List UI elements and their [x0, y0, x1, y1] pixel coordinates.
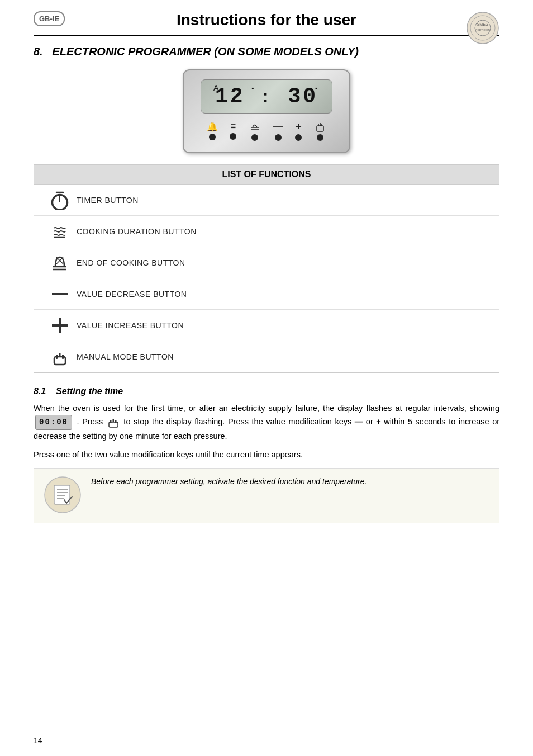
panel-superscript-c: ▪	[315, 84, 320, 92]
panel-timer-icon: 🔔	[207, 121, 218, 132]
svg-rect-20	[56, 355, 58, 359]
gb-ie-logo: GB-IE	[34, 11, 65, 26]
functions-section: LIST OF FUNCTIONS TIMER BUTTON	[34, 164, 499, 373]
panel-end-icon	[249, 120, 261, 133]
panel-btn-cooking: ≡	[230, 121, 236, 140]
inline-manual-icon	[108, 417, 119, 428]
inline-plus-sym: +	[376, 417, 384, 426]
timer-label: TIMER BUTTON	[77, 196, 139, 205]
page-number: 14	[34, 736, 42, 745]
note-text: Before each programmer setting, activate…	[91, 475, 367, 488]
svg-text:SMEG: SMEG	[477, 22, 489, 26]
inline-minus-sym: —	[355, 417, 366, 426]
panel-superscript-a: A	[213, 83, 221, 92]
function-row-end-cooking: END OF COOKING BUTTON	[34, 247, 499, 278]
svg-rect-18	[59, 318, 61, 333]
svg-rect-22	[62, 355, 64, 359]
panel-dot-3	[251, 134, 258, 141]
section-heading: 8. ELECTRONIC PROGRAMMER (ON SOME MODELS…	[34, 45, 499, 58]
manual-mode-icon	[43, 347, 77, 367]
increase-label: VALUE INCREASE BUTTON	[77, 321, 184, 330]
svg-rect-26	[115, 420, 117, 423]
panel-dot-5	[295, 134, 302, 141]
decrease-label: VALUE DECREASE BUTTON	[77, 290, 187, 299]
page: GB-IE Instructions for the user SMEG CER…	[0, 0, 533, 756]
panel-dot-4	[275, 134, 282, 141]
body-paragraph-2: Press one of the two value modification …	[34, 448, 499, 461]
panel-btn-timer: 🔔	[207, 121, 218, 140]
panel-dot-6	[317, 134, 323, 141]
panel-dot-1	[209, 134, 216, 140]
svg-text:CERTIFIED: CERTIFIED	[475, 29, 491, 32]
note-box: Before each programmer setting, activate…	[34, 468, 499, 523]
function-row-manual: MANUAL MODE BUTTON	[34, 341, 499, 372]
panel-manual-icon	[314, 120, 326, 133]
svg-rect-6	[317, 126, 323, 131]
function-row-decrease: VALUE DECREASE BUTTON	[34, 278, 499, 310]
panel-buttons-row: 🔔 ≡	[201, 120, 332, 141]
decrease-icon	[43, 289, 77, 300]
svg-point-0	[467, 12, 498, 44]
end-cooking-icon	[43, 253, 77, 273]
increase-icon	[43, 315, 77, 336]
panel-cooking-icon: ≡	[231, 121, 236, 131]
svg-rect-25	[112, 419, 114, 422]
panel-box: A 12 : 30 ▪ ▪ 🔔 ≡	[183, 69, 350, 153]
functions-header: LIST OF FUNCTIONS	[34, 165, 499, 185]
note-icon	[43, 475, 82, 516]
timer-icon	[43, 190, 77, 210]
page-title: Instructions for the user	[177, 11, 356, 29]
subsection-title: 8.1 Setting the time	[34, 386, 499, 396]
panel-btn-minus: —	[273, 121, 283, 141]
display-indicator: 00:00	[35, 415, 72, 429]
function-row-cooking-duration: COOKING DURATION BUTTON	[34, 216, 499, 247]
panel-plus-icon: +	[296, 121, 302, 133]
emblem-icon: SMEG CERTIFIED	[466, 11, 499, 45]
panel-display: A 12 : 30 ▪ ▪	[201, 79, 332, 114]
svg-rect-24	[110, 420, 112, 423]
svg-rect-16	[52, 293, 68, 295]
panel-btn-plus: +	[295, 121, 302, 141]
panel-superscript-b: ▪	[251, 84, 256, 92]
panel-btn-manual	[314, 120, 326, 141]
panel-dot-2	[230, 133, 236, 140]
logo-right: SMEG CERTIFIED	[466, 11, 499, 46]
panel-minus-icon: —	[273, 121, 283, 133]
manual-label: MANUAL MODE BUTTON	[77, 352, 174, 361]
panel-colon: :	[260, 87, 273, 108]
body-paragraph-1: When the oven is used for the first time…	[34, 402, 499, 443]
cooking-duration-icon	[43, 221, 77, 242]
function-row-increase: VALUE INCREASE BUTTON	[34, 310, 499, 341]
panel-illustration: A 12 : 30 ▪ ▪ 🔔 ≡	[34, 69, 499, 153]
logo-left: GB-IE	[34, 11, 65, 26]
panel-btn-end	[249, 120, 261, 141]
function-row-timer: TIMER BUTTON	[34, 185, 499, 216]
end-cooking-label: END OF COOKING BUTTON	[77, 258, 185, 267]
panel-minutes: 30	[288, 84, 318, 108]
cooking-duration-label: COOKING DURATION BUTTON	[77, 227, 197, 236]
page-header: GB-IE Instructions for the user SMEG CER…	[34, 11, 499, 36]
svg-rect-21	[59, 353, 61, 357]
